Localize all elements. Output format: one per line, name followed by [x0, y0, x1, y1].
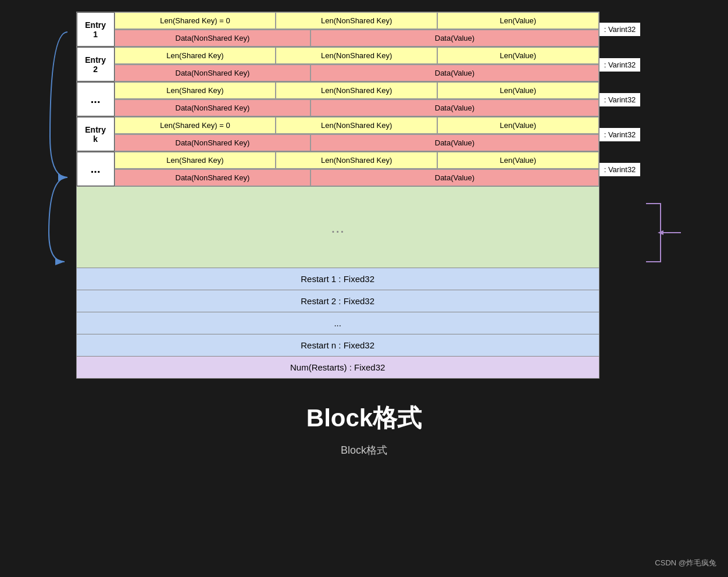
cell-nonshared-key-len-dots: Len(NonShared Key) — [276, 82, 437, 99]
entry-k-label: Entryk — [77, 117, 115, 151]
restart-n-row: Restart n : Fixed32 — [76, 334, 599, 357]
cell-nonshared-key-len-k: Len(NonShared Key) — [276, 117, 437, 134]
varint-label-k: : Varint32 — [599, 128, 641, 141]
sub-title: Block格式 — [306, 443, 422, 457]
entry-1-label: Entry1 — [77, 12, 115, 47]
entry-dots-row: ... Len(Shared Key) Len(NonShared Key) L… — [76, 82, 641, 117]
cell-nonshared-key-len-dots2: Len(NonShared Key) — [276, 152, 437, 169]
cell-shared-key-zero-k: Len(Shared Key) = 0 — [115, 117, 276, 134]
entry-dots2-content: Len(Shared Key) Len(NonShared Key) Len(V… — [115, 152, 599, 186]
cell-shared-key-dots: Len(Shared Key) — [115, 82, 276, 99]
varint-label-2: : Varint32 — [599, 58, 641, 72]
restart-dots-row: ... — [76, 312, 599, 334]
restart-2-row: Restart 2 : Fixed32 — [76, 290, 599, 312]
cell-value-len-2: Len(Value) — [437, 47, 599, 64]
cell-value-data-1: Data(Value) — [311, 30, 598, 47]
restart-1-row: Restart 1 : Fixed32 — [76, 268, 599, 290]
num-restarts-row: Num(Restarts) : Fixed32 — [76, 357, 599, 379]
cell-nonshared-key-len-1: Len(NonShared Key) — [276, 12, 437, 29]
cell-nonshared-key-len-2: Len(NonShared Key) — [276, 47, 437, 64]
entry-2-content: Len(Shared Key) Len(NonShared Key) Len(V… — [115, 47, 599, 81]
entry-dots-label: ... — [77, 82, 115, 116]
cell-nonshared-data-1: Data(NonShared Key) — [115, 30, 311, 47]
right-bracket-svg — [643, 12, 684, 273]
cell-value-len-dots2: Len(Value) — [437, 152, 599, 169]
diagram-wrapper: Entry1 Len(Shared Key) = 0 Len(NonShared… — [44, 12, 684, 379]
csdn-watermark: CSDN @炸毛疯兔 — [655, 558, 716, 568]
cell-shared-key-zero-1: Len(Shared Key) = 0 — [115, 12, 276, 29]
left-arrows-svg — [44, 12, 73, 273]
entry-dots2-label: ... — [77, 152, 115, 186]
entry-k-content: Len(Shared Key) = 0 Len(NonShared Key) L… — [115, 117, 599, 151]
entry-1-content: Len(Shared Key) = 0 Len(NonShared Key) L… — [115, 12, 599, 47]
varint-label-dots: : Varint32 — [599, 93, 641, 106]
entry-dots2-row: ... Len(Shared Key) Len(NonShared Key) L… — [76, 152, 641, 187]
cell-value-data-2: Data(Value) — [311, 65, 598, 81]
entry-2-label: Entry2 — [77, 47, 115, 81]
entry-1-row: Entry1 Len(Shared Key) = 0 Len(NonShared… — [76, 12, 641, 47]
cell-nonshared-data-2: Data(NonShared Key) — [115, 65, 311, 81]
green-dots-text: ... — [331, 218, 344, 237]
title-section: Block格式 Block格式 — [306, 402, 422, 457]
cell-shared-key-dots2: Len(Shared Key) — [115, 152, 276, 169]
entry-dots-content: Len(Shared Key) Len(NonShared Key) Len(V… — [115, 82, 599, 116]
varint-label-dots2: : Varint32 — [599, 163, 641, 176]
main-diagram: Entry1 Len(Shared Key) = 0 Len(NonShared… — [76, 12, 641, 379]
cell-value-len-k: Len(Value) — [437, 117, 599, 134]
cell-nonshared-data-dots: Data(NonShared Key) — [115, 99, 311, 116]
entry-2-row: Entry2 Len(Shared Key) Len(NonShared Key… — [76, 47, 641, 82]
entry-k-row: Entryk Len(Shared Key) = 0 Len(NonShared… — [76, 117, 641, 152]
main-title: Block格式 — [306, 402, 422, 434]
cell-value-len-1: Len(Value) — [437, 12, 599, 29]
varint-label-1: : Varint32 — [599, 23, 641, 36]
cell-value-data-dots2: Data(Value) — [311, 169, 598, 186]
green-section: ... — [76, 187, 599, 268]
cell-nonshared-data-dots2: Data(NonShared Key) — [115, 169, 311, 186]
cell-value-data-k: Data(Value) — [311, 134, 598, 151]
cell-value-data-dots: Data(Value) — [311, 99, 598, 116]
cell-nonshared-data-k: Data(NonShared Key) — [115, 134, 311, 151]
cell-shared-key-2: Len(Shared Key) — [115, 47, 276, 64]
cell-value-len-dots: Len(Value) — [437, 82, 599, 99]
